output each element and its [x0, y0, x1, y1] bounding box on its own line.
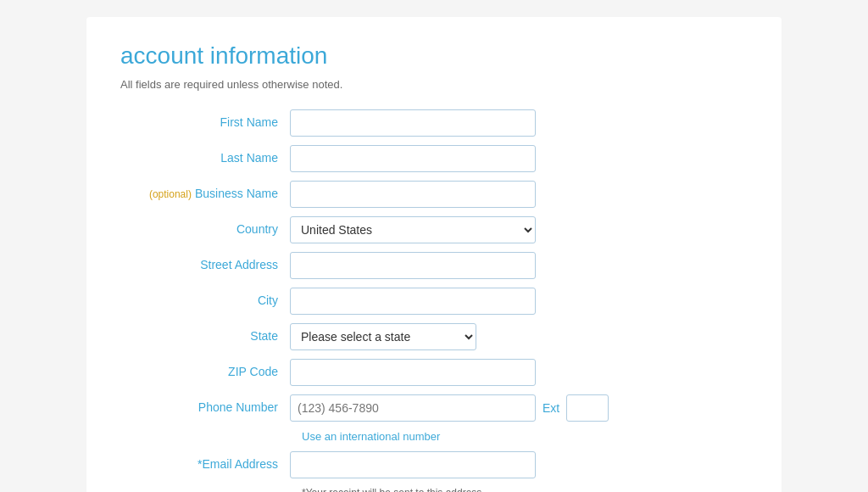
city-input[interactable]: [290, 288, 536, 315]
state-row: State Please select a state Alabama Alas…: [120, 323, 748, 350]
business-name-input[interactable]: [290, 181, 536, 208]
city-row: City: [120, 288, 748, 315]
country-label: Country: [120, 221, 290, 238]
country-row: Country United States Canada United King…: [120, 216, 748, 243]
ext-input[interactable]: [566, 394, 609, 422]
receipt-note: *Your receipt will be sent to this addre…: [302, 487, 748, 492]
first-name-row: First Name: [120, 109, 748, 137]
phone-number-label: Phone Number: [120, 400, 290, 417]
city-label: City: [120, 293, 290, 310]
page-title: account information: [120, 42, 748, 70]
email-address-label: *Email Address: [120, 456, 290, 473]
state-label: State: [120, 328, 290, 345]
zip-code-row: ZIP Code: [120, 359, 748, 386]
country-select[interactable]: United States Canada United Kingdom Aust…: [290, 216, 536, 243]
ext-label: Ext: [542, 401, 559, 415]
street-address-label: Street Address: [120, 257, 290, 274]
first-name-label: First Name: [120, 115, 290, 131]
form-subtitle: All fields are required unless otherwise…: [120, 78, 748, 91]
zip-code-label: ZIP Code: [120, 364, 290, 381]
phone-number-row: Phone Number Ext: [120, 394, 748, 422]
last-name-input[interactable]: [290, 145, 536, 172]
phone-group: Ext: [290, 394, 609, 422]
business-name-row: (optional)Business Name: [120, 181, 748, 208]
business-name-label: (optional)Business Name: [120, 186, 290, 203]
street-address-row: Street Address: [120, 252, 748, 279]
last-name-label: Last Name: [120, 150, 290, 167]
account-information-container: account information All fields are requi…: [86, 17, 782, 492]
email-address-row: *Email Address: [120, 451, 748, 478]
optional-tag: (optional): [149, 188, 192, 200]
first-name-input[interactable]: [290, 109, 536, 137]
email-input[interactable]: [290, 451, 536, 478]
phone-input[interactable]: [290, 394, 536, 422]
state-select[interactable]: Please select a state Alabama Alaska Ari…: [290, 323, 476, 350]
street-address-input[interactable]: [290, 252, 536, 279]
zip-code-input[interactable]: [290, 359, 536, 386]
last-name-row: Last Name: [120, 145, 748, 172]
international-number-link[interactable]: Use an international number: [302, 430, 748, 443]
